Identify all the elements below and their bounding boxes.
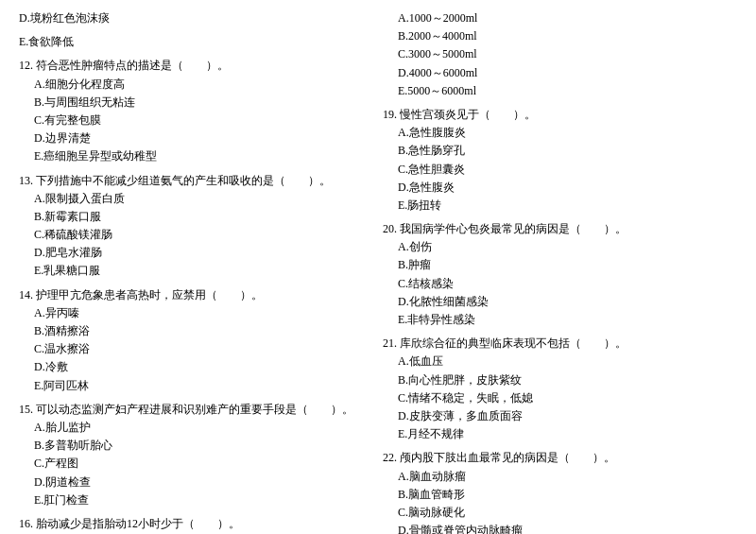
question-block: 21. 库欣综合征的典型临床表现不包括（ ）。A.低血压B.向心性肥胖，皮肤紫纹…	[383, 335, 737, 443]
option: E.非特异性感染	[383, 311, 737, 329]
option: A.脑血动脉瘤	[383, 468, 737, 486]
option: A.异丙嗪	[19, 304, 373, 322]
option: A.细胞分化程度高	[19, 76, 373, 94]
question-block: A.1000～2000mlB.2000～4000mlC.3000～5000mlD…	[383, 9, 737, 100]
page-container: D.境粉红色泡沫痰E.食欲降低12. 符合恶性肿瘤特点的描述是（ ）。A.细胞分…	[19, 9, 737, 534]
option: C.温水擦浴	[19, 340, 373, 358]
option: D.皮肤变薄，多血质面容	[383, 407, 737, 425]
question-block: 15. 可以动态监测产妇产程进展和识别难产的重要手段是（ ）。A.胎儿监护B.多…	[19, 401, 373, 509]
question-title: E.食欲降低	[19, 33, 373, 51]
option: A.创伤	[383, 238, 737, 256]
option: C.急性胆囊炎	[383, 161, 737, 179]
option: E.乳果糖口服	[19, 262, 373, 280]
option: B.多普勒听胎心	[19, 437, 373, 455]
option: A.胎儿监护	[19, 419, 373, 437]
question-title: 12. 符合恶性肿瘤特点的描述是（ ）。	[19, 57, 373, 75]
option: B.肿瘤	[383, 256, 737, 274]
question-title: D.境粉红色泡沫痰	[19, 9, 373, 27]
question-block: 12. 符合恶性肿瘤特点的描述是（ ）。A.细胞分化程度高B.与周围组织无粘连C…	[19, 57, 373, 165]
option: D.急性腹炎	[383, 179, 737, 197]
question-block: 20. 我国病学件心包炎最常见的病因是（ ）。A.创伤B.肿瘤C.结核感染D.化…	[383, 220, 737, 329]
option: D.化脓性细菌感染	[383, 293, 737, 311]
question-block: 22. 颅内股下肢出血最常见的病因是（ ）。A.脑血动脉瘤B.脑血管畸形C.脑动…	[383, 449, 737, 534]
option: C.情绪不稳定，失眠，低媳	[383, 389, 737, 407]
option: E.5000～6000ml	[383, 82, 737, 100]
option: D.4000～6000ml	[383, 64, 737, 82]
option: D.阴道检查	[19, 474, 373, 491]
question-title: 13. 下列措施中不能减少组道氨气的产生和吸收的是（ ）。	[19, 172, 373, 190]
option: E.阿司匹林	[19, 377, 373, 395]
option: E.月经不规律	[383, 425, 737, 443]
column-left: D.境粉红色泡沫痰E.食欲降低12. 符合恶性肿瘤特点的描述是（ ）。A.细胞分…	[19, 9, 373, 534]
option: D.冷敷	[19, 358, 373, 376]
option: A.1000～2000ml	[383, 9, 737, 27]
question-block: E.食欲降低	[19, 33, 373, 51]
option: A.低血压	[383, 353, 737, 370]
option: C.有完整包膜	[19, 112, 373, 129]
option: E.肠扭转	[383, 197, 737, 215]
option: C.脑动脉硬化	[383, 504, 737, 522]
option: D.肥皂水灌肠	[19, 244, 373, 262]
column-right: A.1000～2000mlB.2000～4000mlC.3000～5000mlD…	[383, 9, 737, 534]
option: D.边界清楚	[19, 129, 373, 147]
option: B.新霉素口服	[19, 208, 373, 226]
option: C.结核感染	[383, 275, 737, 293]
question-title: 19. 慢性宫颈炎见于（ ）。	[383, 106, 737, 124]
option: D.骨髓或脊管内动脉畸瘤	[383, 522, 737, 534]
option: A.限制摄入蛋白质	[19, 190, 373, 208]
option: B.酒精擦浴	[19, 322, 373, 340]
option: B.急性肠穿孔	[383, 142, 737, 160]
option: E.癌细胞呈异型或幼稚型	[19, 147, 373, 165]
option: C.稀硫酸镁灌肠	[19, 226, 373, 244]
question-title: 21. 库欣综合征的典型临床表现不包括（ ）。	[383, 335, 737, 353]
question-title: 15. 可以动态监测产妇产程进展和识别难产的重要手段是（ ）。	[19, 401, 373, 419]
option: B.与周围组织无粘连	[19, 94, 373, 112]
question-title: 16. 胎动减少是指胎动12小时少于（ ）。	[19, 515, 373, 533]
question-title: 22. 颅内股下肢出血最常见的病因是（ ）。	[383, 449, 737, 467]
option: B.2000～4000ml	[383, 27, 737, 45]
question-title: 20. 我国病学件心包炎最常见的病因是（ ）。	[383, 220, 737, 238]
option: C.3000～5000ml	[383, 45, 737, 63]
option: E.肛门检查	[19, 491, 373, 509]
two-column-layout: D.境粉红色泡沫痰E.食欲降低12. 符合恶性肿瘤特点的描述是（ ）。A.细胞分…	[19, 9, 737, 534]
question-block: 14. 护理甲亢危象患者高热时，应禁用（ ）。A.异丙嗪B.酒精擦浴C.温水擦浴…	[19, 286, 373, 395]
option: B.脑血管畸形	[383, 486, 737, 504]
option: C.产程图	[19, 455, 373, 473]
question-title: 14. 护理甲亢危象患者高热时，应禁用（ ）。	[19, 286, 373, 304]
option: B.向心性肥胖，皮肤紫纹	[383, 371, 737, 389]
question-block: 19. 慢性宫颈炎见于（ ）。A.急性腹腹炎B.急性肠穿孔C.急性胆囊炎D.急性…	[383, 106, 737, 215]
question-block: D.境粉红色泡沫痰	[19, 9, 373, 27]
option: A.急性腹腹炎	[383, 124, 737, 142]
question-block: 16. 胎动减少是指胎动12小时少于（ ）。A.5次B.10次C.15次D.20…	[19, 515, 373, 534]
question-block: 13. 下列措施中不能减少组道氨气的产生和吸收的是（ ）。A.限制摄入蛋白质B.…	[19, 172, 373, 281]
